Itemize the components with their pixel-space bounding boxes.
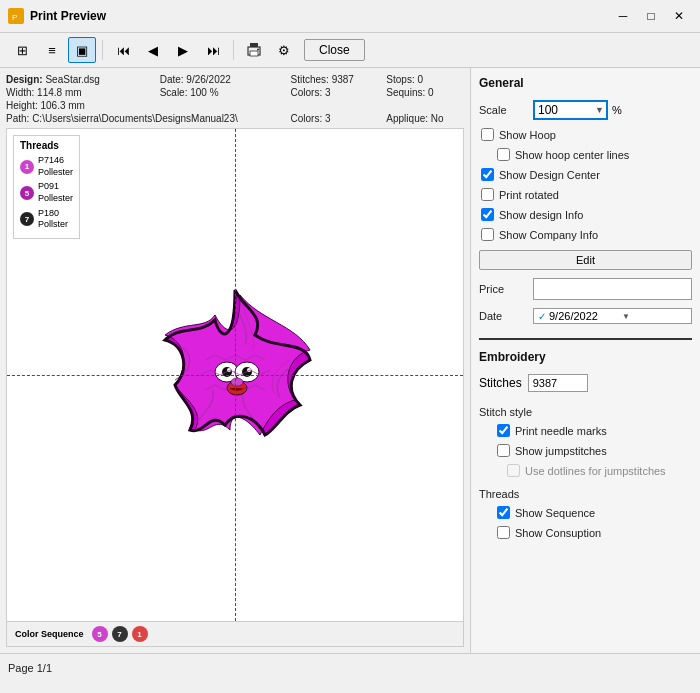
show-sequence-checkbox[interactable] <box>497 506 510 519</box>
show-design-info-row: Show design Info <box>481 208 692 221</box>
date-input[interactable] <box>549 310 619 322</box>
date-dropdown-arrow[interactable]: ▼ <box>622 312 630 321</box>
close-button[interactable]: Close <box>304 39 365 61</box>
edit-button[interactable]: Edit <box>479 250 692 270</box>
toolbar-separator-2 <box>233 40 234 60</box>
show-company-info-label: Show Company Info <box>499 229 598 241</box>
stitch-style-label: Stitch style <box>479 406 692 418</box>
show-design-info-label: Show design Info <box>499 209 583 221</box>
thread-info-1: P7146 Pollester <box>38 155 73 178</box>
lines-icon[interactable]: ≡ <box>38 37 66 63</box>
show-design-center-label: Show Design Center <box>499 169 600 181</box>
svg-point-13 <box>231 378 243 386</box>
stitches-label: Stitches <box>479 376 522 390</box>
scale-row: Scale ▼ % <box>479 100 692 120</box>
print-icon[interactable] <box>240 37 268 63</box>
status-bar: Page 1/1 <box>0 653 700 681</box>
show-hoop-center-row: Show hoop center lines <box>497 148 692 161</box>
show-consumption-checkbox[interactable] <box>497 526 510 539</box>
first-page-button[interactable]: ⏮ <box>109 37 137 63</box>
scale-label: Scale <box>479 104 529 116</box>
price-input[interactable] <box>533 278 692 300</box>
print-needle-checkbox[interactable] <box>497 424 510 437</box>
window-title: Print Preview <box>30 9 604 23</box>
colors1-info: Colors: 3 <box>291 87 375 98</box>
thread-circle-2: 5 <box>20 186 34 200</box>
starfish-image <box>120 245 350 505</box>
grid-icon[interactable]: ⊞ <box>8 37 36 63</box>
stitches-input[interactable] <box>528 374 588 392</box>
print-rotated-label: Print rotated <box>499 189 559 201</box>
title-bar: P Print Preview ─ □ ✕ <box>0 0 700 33</box>
show-company-info-checkbox[interactable] <box>481 228 494 241</box>
thread-panel-title: Threads <box>20 140 73 151</box>
thread-item-1: 1 P7146 Pollester <box>20 155 73 178</box>
scale-info: Scale: 100 % <box>160 87 279 98</box>
print-rotated-checkbox[interactable] <box>481 188 494 201</box>
close-window-button[interactable]: ✕ <box>666 6 692 26</box>
use-dotlines-row: Use dotlines for jumpstitches <box>507 464 692 477</box>
show-hoop-center-label: Show hoop center lines <box>515 149 629 161</box>
thread-item-3: 7 P180 Pollster <box>20 208 73 231</box>
cs-circle-1: 5 <box>92 626 108 642</box>
show-design-info-checkbox[interactable] <box>481 208 494 221</box>
path-info: Path: C:\Users\sierra\Documents\DesignsM… <box>6 113 279 124</box>
minimize-button[interactable]: ─ <box>610 6 636 26</box>
page-indicator: Page 1/1 <box>8 662 52 674</box>
show-jump-label: Show jumpstitches <box>515 445 607 457</box>
use-dotlines-label: Use dotlines for jumpstitches <box>525 465 666 477</box>
toolbar: ⊞ ≡ ▣ ⏮ ◀ ▶ ⏭ ⚙ Close <box>0 33 700 68</box>
settings-icon[interactable]: ⚙ <box>270 37 298 63</box>
threads-label: Threads <box>479 488 692 500</box>
thread-panel: Threads 1 P7146 Pollester 5 P091 Pollest… <box>13 135 80 239</box>
sequins-info: Sequins: 0 <box>386 87 464 98</box>
svg-point-5 <box>257 49 259 51</box>
show-company-info-row: Show Company Info <box>481 228 692 241</box>
svg-rect-4 <box>250 51 258 56</box>
color-sequence-label: Color Sequence <box>15 629 84 639</box>
scale-input[interactable] <box>537 102 592 118</box>
show-hoop-center-checkbox[interactable] <box>497 148 510 161</box>
section-divider <box>479 338 692 340</box>
next-page-button[interactable]: ▶ <box>169 37 197 63</box>
app-icon: P <box>8 8 24 24</box>
show-hoop-checkbox[interactable] <box>481 128 494 141</box>
toolbar-separator-1 <box>102 40 103 60</box>
scale-dropdown-arrow[interactable]: ▼ <box>595 105 604 115</box>
show-jump-checkbox[interactable] <box>497 444 510 457</box>
show-consumption-label: Show Consuption <box>515 527 601 539</box>
info-bar: Design: SeaStar.dsg Date: 9/26/2022 Stit… <box>6 74 464 124</box>
embroidery-section-title: Embroidery <box>479 350 692 364</box>
show-design-center-checkbox[interactable] <box>481 168 494 181</box>
preview-panel: Design: SeaStar.dsg Date: 9/26/2022 Stit… <box>0 68 470 653</box>
stops-info: Stops: 0 <box>386 74 464 85</box>
color-sequence-bar: Color Sequence 5 7 1 <box>7 621 463 646</box>
applique-info: Applique: No <box>386 113 464 124</box>
last-page-button[interactable]: ⏭ <box>199 37 227 63</box>
maximize-button[interactable]: □ <box>638 6 664 26</box>
general-section-title: General <box>479 76 692 90</box>
date-info: Date: 9/26/2022 <box>160 74 279 85</box>
pct-label: % <box>612 104 622 116</box>
height-info: Height: 106.3 mm <box>6 100 148 111</box>
window-controls: ─ □ ✕ <box>610 6 692 26</box>
date-label: Date <box>479 310 529 322</box>
page-content: Threads 1 P7146 Pollester 5 P091 Pollest… <box>7 129 463 621</box>
design-info: Design: SeaStar.dsg <box>6 74 148 85</box>
show-sequence-label: Show Sequence <box>515 507 595 519</box>
thread-circle-1: 1 <box>20 160 34 174</box>
thread-info-2: P091 Pollester <box>38 181 73 204</box>
box-icon[interactable]: ▣ <box>68 37 96 63</box>
date-row: Date ✓ ▼ <box>479 308 692 324</box>
colors2-info: Colors: 3 <box>291 113 375 124</box>
svg-text:P: P <box>12 13 17 22</box>
svg-rect-3 <box>250 43 258 47</box>
thread-item-2: 5 P091 Pollester <box>20 181 73 204</box>
prev-page-button[interactable]: ◀ <box>139 37 167 63</box>
cs-circle-2: 7 <box>112 626 128 642</box>
use-dotlines-checkbox[interactable] <box>507 464 520 477</box>
price-label: Price <box>479 283 529 295</box>
print-rotated-row: Print rotated <box>481 188 692 201</box>
main-area: Design: SeaStar.dsg Date: 9/26/2022 Stit… <box>0 68 700 653</box>
page-area: Threads 1 P7146 Pollester 5 P091 Pollest… <box>6 128 464 647</box>
